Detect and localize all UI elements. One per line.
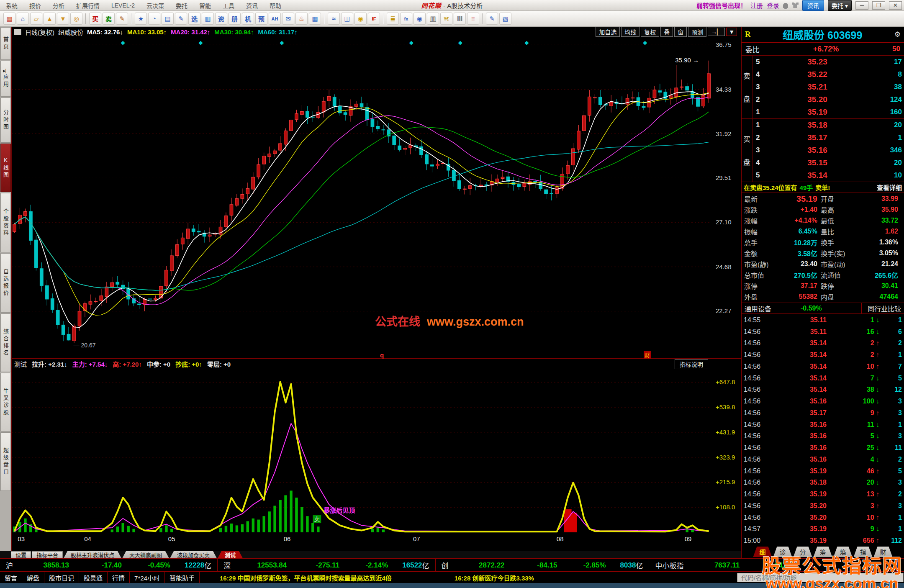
menu-item[interactable]: 报价	[23, 1, 47, 10]
depth-row[interactable]: 235.171	[753, 131, 904, 144]
news-ticker-2[interactable]: 16:28 创新医疗今日跌3.33%	[455, 572, 534, 583]
chart-button-窗[interactable]: 窗	[674, 27, 687, 37]
gear-icon[interactable]: ⚙	[894, 30, 901, 39]
menu-item[interactable]: 帮助	[264, 1, 287, 10]
tick-row[interactable]: 14:5735.199 ↓1	[744, 524, 902, 535]
quote-tab-指[interactable]: 指	[854, 547, 873, 557]
bottom-button-股市日记[interactable]: 股市日记	[44, 572, 79, 583]
sidebar-item-综合排名[interactable]: 综合排名	[0, 313, 11, 372]
mail-icon[interactable]: ✉	[282, 13, 294, 25]
menu-item[interactable]: 资讯	[240, 1, 264, 10]
building-icon[interactable]: Ⅲ	[454, 13, 466, 25]
quote-tab-细[interactable]: 细	[753, 547, 772, 557]
hot-icon[interactable]: ♨	[295, 13, 308, 25]
gold-icon[interactable]: ≣	[387, 13, 399, 25]
bottom-button-解盘[interactable]: 解盘	[22, 572, 44, 583]
tick-row[interactable]: 14:5635.1410 ↑7	[744, 361, 902, 372]
restore-button[interactable]: ❒	[872, 1, 885, 10]
depth-row[interactable]: 135.1820	[753, 119, 904, 131]
bottom-tab-指标平台[interactable]: 指标平台	[32, 551, 63, 558]
alert-detail-link[interactable]: 查看详细	[877, 183, 902, 192]
table-icon[interactable]: ◫	[341, 13, 353, 25]
board-icon[interactable]: ▤	[162, 13, 174, 25]
quote-tab-焰[interactable]: 焰	[834, 547, 853, 557]
tick-row[interactable]: 14:5635.1611 ↓1	[744, 419, 902, 431]
marker-cai-badge[interactable]: 财	[644, 351, 651, 359]
depth-row[interactable]: 335.2138	[753, 81, 904, 93]
menu-item[interactable]: 工具	[217, 1, 240, 10]
kline-chart[interactable]: 36.7534.3331.9229.5127.1024.6822.27◆◆◆◆◆…	[12, 37, 741, 358]
bank-icon[interactable]: 皿	[427, 13, 439, 25]
tick-row[interactable]: 14:5635.165 ↓3	[744, 431, 902, 442]
period-label[interactable]: 日线(复权)	[25, 28, 54, 36]
currency-icon[interactable]: ¥€	[440, 13, 452, 25]
wave-icon[interactable]: ≈	[328, 13, 340, 25]
bottom-tab-设置[interactable]: 设置	[11, 551, 31, 558]
sidebar-item-应用[interactable]: ▶▏应用	[0, 61, 11, 97]
chart-button-预测[interactable]: 预测	[688, 27, 706, 37]
edit-icon[interactable]: ✎	[175, 13, 187, 25]
signal-alert-text[interactable]: 弱转强信号出现！	[696, 1, 747, 10]
depth-row[interactable]: 335.16346	[753, 144, 904, 157]
index-深[interactable]: 深12553.84-275.11-2.14%16522亿	[218, 559, 435, 571]
cd-icon[interactable]: ◉	[413, 13, 426, 25]
zi-icon[interactable]: 资	[215, 13, 227, 25]
login-link[interactable]: 登录	[767, 1, 779, 10]
book-icon[interactable]: 册	[229, 13, 241, 25]
tick-row[interactable]: 14:5635.1820 ↓3	[744, 477, 902, 489]
sell-icon[interactable]: 卖	[103, 13, 115, 25]
select-icon[interactable]: 选	[188, 13, 200, 25]
tick-row[interactable]: 14:5635.203 ↑3	[744, 500, 902, 512]
minimize-button[interactable]: ─	[855, 1, 868, 10]
tick-row[interactable]: 14:5635.1116 ↓6	[744, 326, 902, 338]
bottom-button-留言[interactable]: 留言	[0, 572, 22, 583]
tick-row[interactable]: 14:5635.147 ↓5	[744, 372, 902, 384]
quote-tab-诊[interactable]: 诊	[773, 547, 792, 557]
home-icon[interactable]: ⌂	[17, 13, 29, 25]
buy-icon[interactable]: 买	[89, 13, 101, 25]
news-ticker-1[interactable]: 16:29 中国对俄罗斯免签，平台机票瞬时搜索量最高达到近4倍	[220, 572, 392, 583]
tick-row[interactable]: 14:5635.1625 ↓11	[744, 442, 902, 454]
tick-row[interactable]: 14:5635.2010 ↑1	[744, 512, 902, 524]
ji-icon[interactable]: 机	[242, 13, 254, 25]
bell-icon[interactable]	[783, 3, 788, 8]
tick-row[interactable]: 14:5635.142 ↑2	[744, 338, 902, 349]
index-沪[interactable]: 沪3858.13-17.40-0.45%12228亿	[0, 559, 218, 571]
depth-row[interactable]: 435.228	[753, 68, 904, 81]
bottom-tab-波段加仓买卖[interactable]: 波段加仓买卖	[170, 551, 217, 558]
sidebar-item-超级盘口[interactable]: 超级盘口	[0, 432, 11, 491]
chevron-down-icon[interactable]: ▼	[726, 28, 737, 36]
sidebar-item-分时图[interactable]: 分时图	[0, 98, 11, 143]
menu-item[interactable]: 系统	[0, 1, 23, 10]
if-icon[interactable]: IF	[368, 13, 380, 25]
disc-icon[interactable]: ◉	[354, 13, 367, 25]
index-中小板指[interactable]: 中小板指7637.11-147.9	[649, 559, 813, 571]
chart-button-加自选[interactable]: 加自选	[596, 27, 620, 37]
tick-row[interactable]: 14:5635.16100 ↓3	[744, 395, 902, 407]
depth-row[interactable]: 535.1410	[753, 169, 904, 182]
bottom-button-股灵通[interactable]: 股灵通	[79, 572, 108, 583]
target-icon[interactable]: ◎	[70, 13, 82, 25]
chart-button-复权[interactable]: 复权	[641, 27, 659, 37]
stock-code-input[interactable]	[737, 573, 904, 582]
flag-icon[interactable]: ≡	[467, 13, 479, 25]
sector-name[interactable]: 通用设备	[745, 303, 771, 313]
quote-tab-财[interactable]: 财	[874, 547, 893, 557]
menu-item[interactable]: 云决策	[141, 1, 170, 10]
close-button[interactable]: ✕	[889, 1, 902, 10]
depth-row[interactable]: 235.20124	[753, 93, 904, 106]
tick-row[interactable]: 14:5635.142 ↑1	[744, 349, 902, 361]
bottom-button-行情[interactable]: 行情	[108, 572, 130, 583]
news-button[interactable]: 资讯	[802, 0, 824, 11]
sidebar-item-牛叉诊股[interactable]: 牛叉诊股	[0, 373, 11, 431]
ah-icon[interactable]: AH	[269, 13, 281, 25]
depth-row[interactable]: 135.19160	[753, 106, 904, 118]
palette-icon[interactable]: ▦	[3, 13, 15, 25]
chart-button-叠[interactable]: 叠	[660, 27, 673, 37]
bottom-button-智能助手[interactable]: 智能助手	[165, 572, 200, 583]
doc-icon[interactable]: ▥	[202, 13, 214, 25]
order-alert-row[interactable]: 在卖盘35.24位置有 49手 卖单! 查看详细	[742, 182, 904, 193]
bottom-tab-天天躺赢副图[interactable]: 天天躺赢副图	[122, 551, 169, 558]
sidebar-item-个股资料[interactable]: 个股资料	[0, 193, 11, 252]
bottom-tab-测试[interactable]: 测试	[218, 551, 243, 558]
